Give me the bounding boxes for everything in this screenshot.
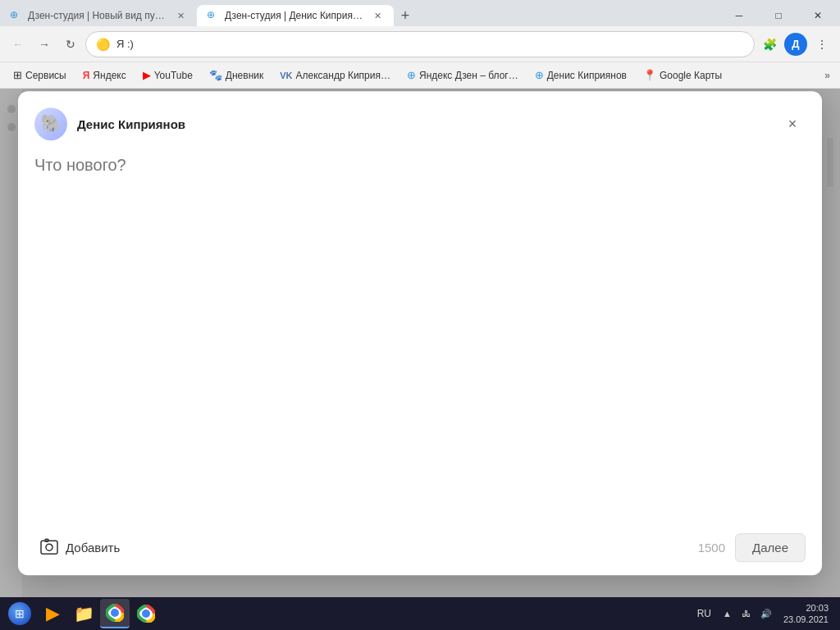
window-controls: ─ □ ✕ bbox=[720, 5, 840, 26]
post-modal: 🐘 Денис Киприянов × bbox=[18, 91, 822, 575]
bookmarks-more[interactable]: » bbox=[821, 66, 833, 84]
bookmark-zen1[interactable]: ⊕ Яндекс Дзен – блог… bbox=[400, 66, 525, 84]
bookmark-vk[interactable]: VK Александр Киприя… bbox=[273, 66, 397, 84]
tab2-close[interactable]: ✕ bbox=[371, 9, 384, 22]
tray-arrow[interactable]: ▲ bbox=[719, 607, 735, 620]
new-tab-button[interactable]: + bbox=[394, 5, 417, 26]
char-count: 1500 bbox=[698, 541, 725, 555]
title-bar: ⊕ Дзен-студия | Новый вид публ… ✕ ⊕ Дзен… bbox=[0, 0, 840, 26]
svg-point-1 bbox=[46, 544, 52, 550]
modal-user-name: Денис Киприянов bbox=[77, 117, 769, 131]
profile-button[interactable]: Д bbox=[784, 33, 807, 56]
bookmark-yandex[interactable]: Я Яндекс bbox=[76, 66, 133, 84]
address-bar[interactable]: 🟡 Я :) bbox=[85, 31, 755, 57]
youtube-icon: ▶ bbox=[143, 69, 151, 81]
bookmark-youtube[interactable]: ▶ YouTube bbox=[136, 66, 199, 84]
system-tray: RU ▲ 🖧 🔊 20:03 23.09.2021 bbox=[692, 600, 837, 628]
toolbar-actions: 🧩 Д ⋮ bbox=[758, 33, 833, 56]
toolbar: ← → ↻ 🟡 Я :) 🧩 Д ⋮ bbox=[0, 26, 840, 62]
menu-button[interactable]: ⋮ bbox=[810, 33, 833, 56]
tray-clock[interactable]: 20:03 23.09.2021 bbox=[778, 600, 833, 628]
bookmark-zen2-label: Денис Киприянов bbox=[547, 70, 627, 81]
start-button[interactable]: ⊞ bbox=[3, 599, 36, 628]
maps-icon: 📍 bbox=[643, 69, 656, 81]
taskbar-app-chrome[interactable] bbox=[100, 599, 130, 628]
modal-close-button[interactable]: × bbox=[779, 111, 806, 137]
post-text-input[interactable] bbox=[34, 153, 806, 519]
bookmark-vk-label: Александр Киприя… bbox=[296, 70, 390, 81]
user-avatar: 🐘 bbox=[34, 107, 67, 140]
zen1-icon: ⊕ bbox=[407, 69, 416, 81]
tab2-title: Дзен-студия | Денис Киприянос… bbox=[225, 10, 366, 21]
bookmarks-bar: ⊞ Сервисы Я Яндекс ▶ YouTube 🐾 Дневник V… bbox=[0, 62, 840, 89]
yandex-icon: Я bbox=[83, 70, 90, 81]
add-photo-label: Добавить bbox=[66, 541, 120, 555]
svg-point-8 bbox=[143, 610, 149, 617]
modal-body bbox=[18, 153, 822, 519]
forward-button[interactable]: → bbox=[33, 33, 56, 56]
taskbar-app-wmp[interactable]: ▶ bbox=[38, 599, 67, 628]
taskbar-app-chrome2[interactable] bbox=[131, 599, 161, 628]
tab1-title: Дзен-студия | Новый вид публ… bbox=[28, 10, 169, 21]
address-favicon: 🟡 bbox=[96, 38, 110, 51]
maximize-button[interactable]: □ bbox=[760, 5, 797, 26]
close-button[interactable]: ✕ bbox=[799, 5, 837, 26]
diary-icon: 🐾 bbox=[209, 69, 222, 81]
modal-footer: Добавить 1500 Далее bbox=[18, 519, 822, 575]
svg-point-5 bbox=[112, 609, 118, 616]
bookmark-yandex-label: Яндекс bbox=[93, 70, 126, 81]
address-text: Я :) bbox=[116, 38, 744, 50]
browser-window: ⊕ Дзен-студия | Новый вид публ… ✕ ⊕ Дзен… bbox=[0, 0, 840, 630]
page-content: П Чт С Н п п О/ 🐘 bbox=[0, 89, 840, 597]
tray-volume[interactable]: 🔊 bbox=[757, 607, 775, 621]
bookmark-services-label: Сервисы bbox=[25, 70, 66, 81]
clock-date: 23.09.2021 bbox=[783, 614, 829, 625]
bookmark-diary-label: Дневник bbox=[226, 70, 263, 81]
bookmark-zen2[interactable]: ⊕ Денис Киприянов bbox=[528, 66, 633, 84]
bookmark-services[interactable]: ⊞ Сервисы bbox=[7, 66, 73, 84]
taskbar: ⊞ ▶ 📁 R bbox=[0, 597, 840, 630]
tab2-favicon: ⊕ bbox=[207, 9, 220, 22]
start-orb: ⊞ bbox=[8, 602, 31, 625]
zen2-icon: ⊕ bbox=[535, 69, 544, 81]
avatar-emoji: 🐘 bbox=[40, 113, 62, 135]
bookmark-diary[interactable]: 🐾 Дневник bbox=[203, 66, 270, 84]
clock-time: 20:03 bbox=[783, 602, 829, 614]
reload-button[interactable]: ↻ bbox=[59, 33, 82, 56]
modal-header: 🐘 Денис Киприянов × bbox=[18, 91, 822, 153]
extensions-button[interactable]: 🧩 bbox=[758, 33, 781, 56]
tab-2[interactable]: ⊕ Дзен-студия | Денис Киприянос… ✕ bbox=[197, 5, 394, 26]
tab-1[interactable]: ⊕ Дзен-студия | Новый вид публ… ✕ bbox=[0, 5, 197, 26]
bookmark-youtube-label: YouTube bbox=[154, 70, 193, 81]
bookmark-maps-label: Google Карты bbox=[660, 70, 722, 81]
next-button[interactable]: Далее bbox=[735, 533, 806, 562]
photo-icon bbox=[39, 537, 59, 557]
back-button[interactable]: ← bbox=[7, 33, 30, 56]
services-icon: ⊞ bbox=[13, 69, 22, 81]
tray-network[interactable]: 🖧 bbox=[738, 607, 754, 620]
taskbar-app-explorer[interactable]: 📁 bbox=[69, 599, 98, 628]
minimize-button[interactable]: ─ bbox=[720, 5, 758, 26]
bookmark-zen1-label: Яндекс Дзен – блог… bbox=[419, 70, 518, 81]
add-photo-button[interactable]: Добавить bbox=[34, 532, 125, 562]
vk-icon: VK bbox=[280, 71, 292, 80]
tray-language: RU bbox=[692, 606, 716, 621]
bookmark-maps[interactable]: 📍 Google Карты bbox=[637, 66, 728, 84]
tab1-favicon: ⊕ bbox=[10, 9, 23, 22]
svg-rect-0 bbox=[41, 541, 57, 554]
tab1-close[interactable]: ✕ bbox=[174, 9, 187, 22]
